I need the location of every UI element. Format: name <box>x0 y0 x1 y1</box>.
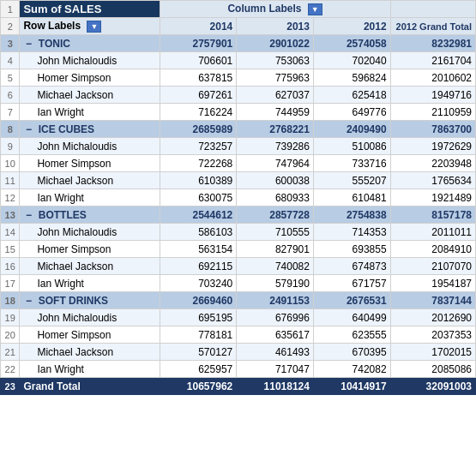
row-num-20: 20 <box>1 326 20 344</box>
tonic-p4-2014: 716224 <box>160 104 237 121</box>
softdrinks-p4-2013: 717047 <box>237 361 314 378</box>
row-num-1: 1 <box>1 1 20 18</box>
row-num-17: 17 <box>1 275 20 292</box>
icecubes-p3-grand: 1765634 <box>390 172 475 189</box>
column-labels-header: Column Labels ▼ <box>160 1 390 18</box>
softdrinks-row-2: 20 Homer Simpson 778181 635617 623555 20… <box>1 326 476 344</box>
softdrinks-person-2: Homer Simpson <box>20 326 160 344</box>
icecubes-p4-2013: 680933 <box>237 189 314 207</box>
tonic-2014: 2757901 <box>160 35 237 52</box>
softdrinks-grand: 7837144 <box>390 292 475 309</box>
softdrinks-2014: 2669460 <box>160 292 237 309</box>
tonic-p1-2013: 753063 <box>237 52 314 69</box>
collapse-softdrinks-btn[interactable]: − <box>23 295 33 307</box>
row-num-12: 12 <box>1 189 20 207</box>
icecubes-p3-2014: 610389 <box>160 172 237 189</box>
collapse-tonic-btn[interactable]: − <box>23 38 33 50</box>
tonic-p3-2014: 697261 <box>160 87 237 104</box>
row-2: 2 Row Labels ▼ 2014 2013 2012 2012 Grand… <box>1 18 476 35</box>
bottles-p4-2014: 703240 <box>160 275 237 292</box>
row-num-14: 14 <box>1 224 20 241</box>
column-labels-dropdown[interactable]: ▼ <box>308 3 322 15</box>
bottles-p2-2013: 827901 <box>237 241 314 258</box>
softdrinks-p3-2012: 670395 <box>313 344 390 361</box>
icecubes-p3-2013: 600038 <box>237 172 314 189</box>
row-num-23: 23 <box>1 378 20 395</box>
tonic-p3-2013: 627037 <box>237 87 314 104</box>
bottles-person-2: Homer Simpson <box>20 241 160 258</box>
bottles-person-3: Michael Jackson <box>20 258 160 275</box>
icecubes-p4-2014: 630075 <box>160 189 237 207</box>
row-num-13: 13 <box>1 207 20 224</box>
icecubes-2013: 2768221 <box>237 121 314 138</box>
group-bottles-label: − BOTTLES <box>20 207 160 224</box>
tonic-p2-2013: 775963 <box>237 69 314 87</box>
group-icecubes-name: ICE CUBES <box>39 123 94 135</box>
tonic-2013: 2901022 <box>237 35 314 52</box>
grand-total-row: 23 Grand Total 10657962 11018124 1041491… <box>1 378 476 395</box>
softdrinks-row-4: 22 Ian Wright 625957 717047 742082 20850… <box>1 361 476 378</box>
row-labels-dropdown[interactable]: ▼ <box>87 21 101 33</box>
row-num-2: 2 <box>1 18 20 35</box>
icecubes-p4-2012: 610481 <box>313 189 390 207</box>
group-row-tonic: 3 − TONIC 2757901 2901022 2574058 823298… <box>1 35 476 52</box>
softdrinks-p3-2014: 570127 <box>160 344 237 361</box>
bottles-2013: 2857728 <box>237 207 314 224</box>
bottles-person-1: John Michaloudis <box>20 224 160 241</box>
group-tonic-name: TONIC <box>39 38 70 50</box>
tonic-row-1: 4 John Michaloudis 706601 753063 702040 … <box>1 52 476 69</box>
row-num-11: 11 <box>1 172 20 189</box>
softdrinks-2013: 2491153 <box>237 292 314 309</box>
softdrinks-p2-2012: 623555 <box>313 326 390 344</box>
tonic-p3-2012: 625418 <box>313 87 390 104</box>
softdrinks-p4-2012: 742082 <box>313 361 390 378</box>
tonic-person-3: Michael Jackson <box>20 87 160 104</box>
row-num-10: 10 <box>1 155 20 172</box>
row-num-8: 8 <box>1 121 20 138</box>
group-softdrinks-label: − SOFT DRINKS <box>20 292 160 309</box>
grand-total-grand: 32091003 <box>390 378 475 395</box>
tonic-person-2: Homer Simpson <box>20 69 160 87</box>
softdrinks-row-1: 19 John Michaloudis 695195 676996 640499… <box>1 309 476 326</box>
softdrinks-p4-grand: 2085086 <box>390 361 475 378</box>
tonic-row-4: 7 Ian Wright 716224 744959 649776 211095… <box>1 104 476 121</box>
row-labels-header: Row Labels ▼ <box>20 18 160 35</box>
row-num-15: 15 <box>1 241 20 258</box>
year-2014-header: 2014 <box>160 18 237 35</box>
collapse-icecubes-btn[interactable]: − <box>23 123 33 135</box>
softdrinks-p4-2014: 625957 <box>160 361 237 378</box>
bottles-p4-grand: 1954187 <box>390 275 475 292</box>
softdrinks-p1-2014: 695195 <box>160 309 237 326</box>
row-num-5: 5 <box>1 69 20 87</box>
group-softdrinks-name: SOFT DRINKS <box>39 295 108 307</box>
bottles-row-1: 14 John Michaloudis 586103 710555 714353… <box>1 224 476 241</box>
tonic-p4-2012: 649776 <box>313 104 390 121</box>
tonic-person-4: Ian Wright <box>20 104 160 121</box>
grand-total-2014: 10657962 <box>160 378 237 395</box>
group-tonic-label: − TONIC <box>20 35 160 52</box>
grand-total-year-label: 2012 Grand Total <box>396 21 472 32</box>
icecubes-p1-2013: 739286 <box>237 138 314 155</box>
softdrinks-p1-2012: 640499 <box>313 309 390 326</box>
icecubes-p2-2013: 747964 <box>237 155 314 172</box>
collapse-bottles-btn[interactable]: − <box>23 209 33 221</box>
tonic-grand: 8232981 <box>390 35 475 52</box>
softdrinks-p1-2013: 676996 <box>237 309 314 326</box>
bottles-p1-2012: 714353 <box>313 224 390 241</box>
group-bottles-name: BOTTLES <box>39 209 87 221</box>
bottles-p2-2012: 693855 <box>313 241 390 258</box>
row-num-22: 22 <box>1 361 20 378</box>
bottles-2014: 2544612 <box>160 207 237 224</box>
bottles-p4-2013: 579190 <box>237 275 314 292</box>
icecubes-person-2: Homer Simpson <box>20 155 160 172</box>
tonic-p1-2012: 702040 <box>313 52 390 69</box>
icecubes-p2-2014: 722268 <box>160 155 237 172</box>
tonic-2012: 2574058 <box>313 35 390 52</box>
row-num-18: 18 <box>1 292 20 309</box>
tonic-row-3: 6 Michael Jackson 697261 627037 625418 1… <box>1 87 476 104</box>
sum-of-sales-label: Sum of SALES <box>20 1 160 18</box>
row-num-7: 7 <box>1 104 20 121</box>
softdrinks-row-3: 21 Michael Jackson 570127 461493 670395 … <box>1 344 476 361</box>
column-labels-text: Column Labels <box>227 3 301 15</box>
bottles-row-4: 17 Ian Wright 703240 579190 671757 19541… <box>1 275 476 292</box>
